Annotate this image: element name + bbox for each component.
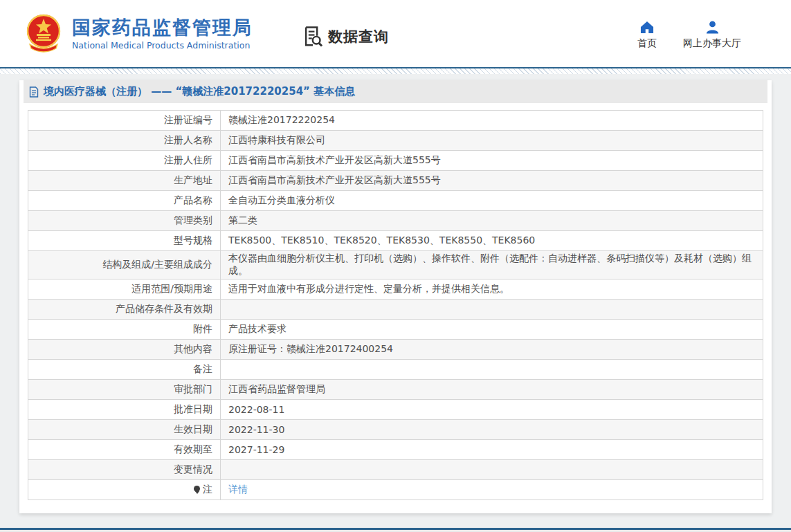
row-label: 注册人名称 <box>28 131 221 151</box>
table-row: 附件产品技术要求 <box>28 320 763 340</box>
row-value: 江西省药品监督管理局 <box>221 380 763 400</box>
row-label: 注册人住所 <box>28 151 221 171</box>
table-row: 注册人名称江西特康科技有限公司 <box>28 131 763 151</box>
row-label: 适用范围/预期用途 <box>28 279 221 300</box>
row-label: 其他内容 <box>28 340 221 360</box>
row-value: 2027-11-29 <box>221 440 763 460</box>
row-label: 产品名称 <box>28 191 221 211</box>
row-value: 江西省南昌市高新技术产业开发区高新大道555号 <box>221 151 763 171</box>
row-value: 适用于对血液中有形成分进行定性、定量分析，并提供相关信息。 <box>221 279 763 300</box>
row-label: 审批部门 <box>28 380 221 400</box>
table-row: 生效日期2022-11-30 <box>28 420 763 440</box>
org-name-en: National Medical Products Administration <box>72 40 253 51</box>
row-label: 批准日期 <box>28 400 221 420</box>
data-query-link[interactable]: 数据查询 <box>302 26 389 48</box>
table-row: 备注 <box>28 360 763 380</box>
row-label: 结构及组成/主要组成成分 <box>28 251 221 279</box>
note-icon <box>194 486 201 493</box>
table-row: 注册证编号赣械注准20172220254 <box>28 111 763 131</box>
row-label: 注册证编号 <box>28 111 221 131</box>
info-card: 境内医疗器械（注册） —— “赣械注准20172220254” 基本信息 注册证… <box>19 80 772 513</box>
row-value: TEK8500、TEK8510、TEK8520、TEK8530、TEK8550、… <box>221 231 763 251</box>
row-label: 型号规格 <box>28 231 221 251</box>
row-value: 本仪器由血细胞分析仪主机、打印机（选购）、操作软件、附件（选配件：自动进样器、条… <box>221 251 763 279</box>
table-row: 有效期至2027-11-29 <box>28 440 763 460</box>
row-value: 第二类 <box>221 211 763 231</box>
detail-link[interactable]: 详情 <box>228 484 248 495</box>
row-label: 有效期至 <box>28 440 221 460</box>
table-row: 注册人住所江西省南昌市高新技术产业开发区高新大道555号 <box>28 151 763 171</box>
row-label: 附件 <box>28 320 221 340</box>
table-wrap: 注册证编号赣械注准20172220254注册人名称江西特康科技有限公司注册人住所… <box>19 103 772 500</box>
row-label: 产品储存条件及有效期 <box>28 300 221 320</box>
table-row: 结构及组成/主要组成成分本仪器由血细胞分析仪主机、打印机（选购）、操作软件、附件… <box>28 251 763 279</box>
document-search-icon <box>302 26 323 48</box>
row-label: 备注 <box>28 360 221 380</box>
national-emblem-icon <box>24 12 63 55</box>
site-header: 国家药品监督管理局 National Medical Products Admi… <box>0 0 791 67</box>
page-title: 境内医疗器械（注册） —— “赣械注准20172220254” 基本信息 <box>44 85 355 98</box>
home-icon <box>639 21 655 34</box>
row-value: 全自动五分类血液分析仪 <box>221 191 763 211</box>
table-row: 适用范围/预期用途适用于对血液中有形成分进行定性、定量分析，并提供相关信息。 <box>28 279 763 300</box>
row-label: 生效日期 <box>28 420 221 440</box>
row-value: 2022-08-11 <box>221 400 763 420</box>
document-icon <box>29 86 39 98</box>
row-value: 原注册证号：赣械注准20172400254 <box>221 340 763 360</box>
row-label: 管理类别 <box>28 211 221 231</box>
row-value: 产品技术要求 <box>221 320 763 340</box>
row-value: 江西省南昌市高新技术产业开发区高新大道555号 <box>221 171 763 191</box>
hatch-texture-band <box>0 68 791 74</box>
table-row: 变更情况 <box>28 460 763 480</box>
nmpa-logo[interactable]: 国家药品监督管理局 National Medical Products Admi… <box>24 12 253 55</box>
org-name-cn: 国家药品监督管理局 <box>72 17 253 38</box>
row-value <box>221 460 763 480</box>
user-icon <box>705 21 720 34</box>
top-nav: 首页 网上办事大厅 <box>637 21 791 50</box>
table-row: 管理类别第二类 <box>28 211 763 231</box>
row-label: 注 <box>28 480 221 500</box>
row-value: 2022-11-30 <box>221 420 763 440</box>
main-content: 境内医疗器械（注册） —— “赣械注准20172220254” 基本信息 注册证… <box>0 80 791 513</box>
row-label: 生产地址 <box>28 171 221 191</box>
nav-service-hall[interactable]: 网上办事大厅 <box>683 21 741 50</box>
nav-home-label: 首页 <box>637 37 657 50</box>
registration-info-table: 注册证编号赣械注准20172220254注册人名称江西特康科技有限公司注册人住所… <box>28 110 763 500</box>
row-label: 变更情况 <box>28 460 221 480</box>
table-row: 审批部门江西省药品监督管理局 <box>28 380 763 400</box>
page-title-bar: 境内医疗器械（注册） —— “赣械注准20172220254” 基本信息 <box>24 80 767 103</box>
table-row: 其他内容原注册证号：赣械注准20172400254 <box>28 340 763 360</box>
table-row: 批准日期2022-08-11 <box>28 400 763 420</box>
nav-service-hall-label: 网上办事大厅 <box>683 37 741 50</box>
data-query-label: 数据查询 <box>328 27 389 46</box>
row-value: 赣械注准20172220254 <box>221 111 763 131</box>
table-row: 产品名称全自动五分类血液分析仪 <box>28 191 763 211</box>
row-value: 江西特康科技有限公司 <box>221 131 763 151</box>
row-value <box>221 360 763 380</box>
row-value <box>221 300 763 320</box>
row-value: 详情 <box>221 480 763 500</box>
nav-home[interactable]: 首页 <box>637 21 657 50</box>
table-row: 产品储存条件及有效期 <box>28 300 763 320</box>
table-row: 生产地址江西省南昌市高新技术产业开发区高新大道555号 <box>28 171 763 191</box>
table-row: 注详情 <box>28 480 763 500</box>
table-row: 型号规格TEK8500、TEK8510、TEK8520、TEK8530、TEK8… <box>28 231 763 251</box>
